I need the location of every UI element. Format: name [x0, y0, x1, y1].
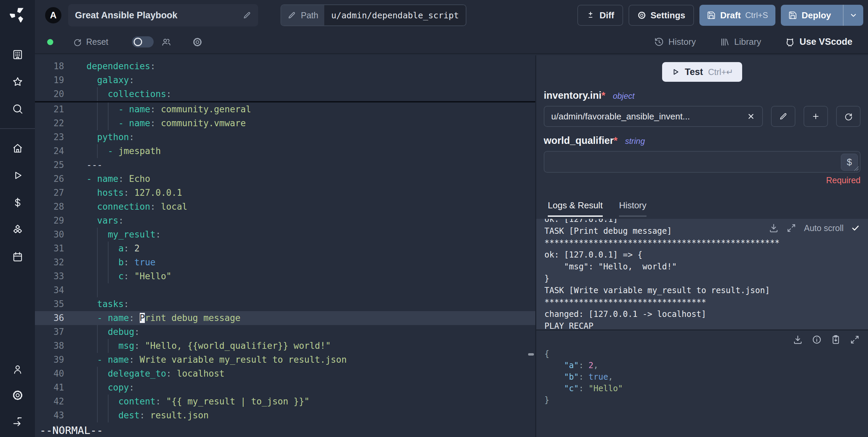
- code-line-18[interactable]: 18dependencies:: [35, 59, 535, 73]
- script-title-input[interactable]: Great Ansible Playbook: [68, 4, 258, 26]
- tab-logs-result[interactable]: Logs & Result: [548, 200, 603, 217]
- refresh-resource-button[interactable]: [836, 106, 861, 127]
- info-icon[interactable]: [812, 335, 822, 345]
- code-line-26[interactable]: 26- name: Echo: [35, 172, 535, 186]
- deploy-dropdown-toggle[interactable]: [843, 5, 863, 26]
- dollar-icon: $: [847, 157, 852, 168]
- settings-button[interactable]: Settings: [629, 5, 694, 26]
- line-number: 18: [35, 59, 64, 73]
- cubes-icon: [12, 224, 23, 235]
- download-icon[interactable]: [769, 223, 779, 233]
- check-icon[interactable]: [851, 224, 860, 232]
- sidebar-item-resources[interactable]: [12, 224, 23, 235]
- code-line-39[interactable]: 39 - name: Write variable my_result to r…: [35, 353, 535, 367]
- reset-button[interactable]: Reset: [73, 37, 108, 47]
- test-button[interactable]: Test Ctrl+↵: [662, 62, 742, 82]
- play-icon: [12, 170, 23, 181]
- code-line-21[interactable]: 21 - name: community.general: [35, 102, 535, 116]
- autoscroll-label[interactable]: Auto scroll: [804, 223, 844, 233]
- gear-icon[interactable]: [192, 37, 202, 47]
- draft-button[interactable]: Draft Ctrl+S: [699, 5, 775, 26]
- diff-mode-toggle[interactable]: [132, 36, 154, 48]
- sidebar-item-logout[interactable]: [12, 415, 23, 427]
- indent-guide: [97, 269, 98, 283]
- indent-guide: [97, 381, 98, 395]
- code-line-29[interactable]: 29 vars:: [35, 214, 535, 228]
- add-resource-button[interactable]: [804, 106, 828, 127]
- code-line-25[interactable]: 25---: [35, 158, 535, 172]
- edit-path-pencil-icon: [287, 11, 296, 20]
- expand-icon[interactable]: [786, 223, 796, 233]
- code-line-37[interactable]: 37 debug:: [35, 325, 535, 339]
- line-number: 29: [35, 214, 64, 228]
- code-line-44[interactable]: 44: [35, 422, 535, 436]
- sidebar-item-workspace[interactable]: [12, 49, 23, 60]
- code-line-41[interactable]: 41 copy:: [35, 381, 535, 395]
- log-panel[interactable]: ok: [127.0.0.1]TASK [Print debug message…: [536, 219, 868, 329]
- code-line-35[interactable]: 35 tasks:: [35, 297, 535, 311]
- line-number: 26: [35, 172, 64, 186]
- use-vscode-button[interactable]: Use VScode: [785, 37, 852, 47]
- code-line-36[interactable]: 36 - name: Print debug message: [35, 311, 535, 325]
- path-widget[interactable]: Path u/admin/dependable_script: [281, 4, 466, 26]
- indent-guide: [108, 408, 109, 422]
- edit-resource-button[interactable]: [771, 106, 795, 127]
- code-line-23[interactable]: 23 python:: [35, 130, 535, 144]
- library-button[interactable]: Library: [719, 37, 761, 47]
- clipboard-icon[interactable]: [831, 335, 841, 345]
- tab-history[interactable]: History: [619, 200, 647, 217]
- code-line-33[interactable]: 33 c: "Hello": [35, 269, 535, 283]
- resize-handle-icon[interactable]: [854, 166, 859, 171]
- code-line-24[interactable]: 24 - jmespath: [35, 144, 535, 158]
- sidebar-item-runs[interactable]: [12, 170, 23, 181]
- code-line-30[interactable]: 30 my_result:: [35, 228, 535, 242]
- code-line-34[interactable]: 34: [35, 283, 535, 297]
- sidebar-item-search[interactable]: [12, 103, 23, 115]
- world-qualifier-input[interactable]: $: [544, 151, 861, 173]
- indent-guide: [108, 395, 109, 408]
- log-line: ok: [127.0.0.1] => {: [544, 249, 860, 261]
- line-number: 37: [35, 325, 64, 339]
- expand-icon[interactable]: [850, 335, 860, 345]
- code-line-20[interactable]: 20 collections:: [35, 87, 535, 101]
- code-line-28[interactable]: 28 connection: local: [35, 200, 535, 214]
- code-line-38[interactable]: 38 msg: "Hello, {{world_qualifier}} worl…: [35, 339, 535, 353]
- diff-button[interactable]: Diff: [577, 5, 623, 26]
- gear-icon: [637, 11, 646, 20]
- deploy-button[interactable]: Deploy: [781, 5, 863, 26]
- sidebar-item-variables[interactable]: [12, 197, 23, 208]
- code-line-40[interactable]: 40 delegate_to: localhost: [35, 367, 535, 381]
- sidebar-item-home[interactable]: [12, 142, 23, 154]
- history-label: History: [669, 37, 696, 47]
- log-line: TASK [Write variable my_result to result…: [544, 285, 860, 297]
- editor-scrollbar-marker[interactable]: [528, 353, 534, 356]
- inventory-resource-input[interactable]: u/admin/favorable_ansible_invent...: [544, 106, 763, 127]
- topbar: A Great Ansible Playbook Path u/admin/de…: [35, 0, 868, 31]
- code-editor[interactable]: 18dependencies:19 galaxy:20 collections:…: [35, 55, 535, 437]
- close-icon[interactable]: [747, 112, 755, 121]
- sidebar-item-favorites[interactable]: [12, 76, 23, 88]
- code-line-19[interactable]: 19 galaxy:: [35, 73, 535, 87]
- indent-guide: [97, 102, 98, 116]
- indent-guide: [97, 116, 98, 130]
- windmill-logo-icon[interactable]: [10, 7, 25, 22]
- code-line-42[interactable]: 42 content: "{{ my_result | to_json }}": [35, 395, 535, 408]
- code-line-32[interactable]: 32 b: true: [35, 255, 535, 269]
- history-button[interactable]: History: [654, 37, 696, 47]
- indent-guide: [97, 144, 98, 158]
- deploy-main[interactable]: Deploy: [781, 5, 838, 26]
- sidebar-item-account[interactable]: [12, 364, 23, 375]
- sidebar-item-settings[interactable]: [12, 390, 23, 401]
- calendar-icon: [12, 251, 23, 263]
- users-icon[interactable]: [161, 37, 171, 47]
- download-icon[interactable]: [793, 335, 803, 345]
- dollar-icon: [12, 197, 23, 208]
- inventory-resource-value: u/admin/favorable_ansible_invent...: [551, 111, 747, 122]
- code-line-43[interactable]: 43 dest: result.json: [35, 408, 535, 422]
- person-icon: [12, 364, 23, 375]
- code-line-27[interactable]: 27 hosts: 127.0.0.1: [35, 186, 535, 200]
- sidebar-item-schedules[interactable]: [12, 251, 23, 263]
- code-line-22[interactable]: 22 - name: community.vmware: [35, 116, 535, 130]
- edit-title-pencil-icon[interactable]: [243, 11, 251, 20]
- code-line-31[interactable]: 31 a: 2: [35, 242, 535, 255]
